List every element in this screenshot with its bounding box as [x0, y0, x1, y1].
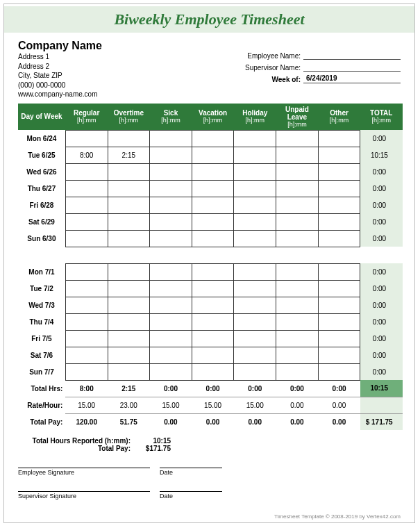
cell-holiday[interactable] — [234, 230, 276, 247]
cell-overtime[interactable] — [108, 163, 150, 180]
cell-holiday[interactable] — [234, 280, 276, 297]
cell-overtime[interactable] — [108, 230, 150, 247]
cell-overtime[interactable] — [108, 330, 150, 347]
cell-vacation[interactable] — [192, 280, 234, 297]
cell-sick[interactable] — [150, 347, 192, 363]
cell-sick[interactable] — [150, 230, 192, 247]
cell-unpaid[interactable] — [276, 347, 319, 363]
cell-overtime[interactable] — [108, 213, 150, 230]
cell-holiday[interactable] — [234, 163, 276, 180]
cell-vacation[interactable] — [192, 180, 234, 197]
cell-regular[interactable]: 8:00 — [65, 147, 108, 163]
cell-regular[interactable] — [65, 363, 108, 380]
cell-unpaid[interactable] — [276, 163, 319, 180]
cell-sick[interactable] — [150, 363, 192, 380]
cell-sick[interactable] — [150, 180, 192, 197]
week-of-value[interactable]: 6/24/2019 — [303, 74, 401, 83]
cell-unpaid[interactable] — [276, 197, 319, 213]
cell-unpaid[interactable] — [276, 130, 319, 147]
cell-vacation[interactable] — [192, 313, 234, 330]
cell-regular[interactable] — [65, 180, 108, 197]
cell-regular[interactable] — [65, 213, 108, 230]
cell-regular[interactable] — [65, 347, 108, 363]
cell-sick[interactable] — [150, 147, 192, 163]
cell-regular[interactable] — [65, 197, 108, 213]
cell-other[interactable] — [318, 180, 360, 197]
cell-regular[interactable] — [65, 263, 108, 280]
cell-sick[interactable] — [150, 297, 192, 313]
cell-unpaid[interactable] — [276, 180, 319, 197]
cell-vacation[interactable] — [192, 297, 234, 313]
cell-holiday[interactable] — [234, 180, 276, 197]
employee-signature-line[interactable]: Employee Signature — [18, 468, 150, 476]
cell-holiday[interactable] — [234, 313, 276, 330]
cell-sick[interactable] — [150, 130, 192, 147]
cell-vacation[interactable] — [192, 163, 234, 180]
cell-regular[interactable] — [65, 230, 108, 247]
cell-other[interactable] — [318, 230, 360, 247]
cell-other[interactable] — [318, 213, 360, 230]
supervisor-name-value[interactable] — [303, 63, 401, 72]
cell-regular[interactable] — [65, 313, 108, 330]
employee-signature-date[interactable]: Date — [160, 468, 222, 476]
cell-holiday[interactable] — [234, 363, 276, 380]
cell-overtime[interactable] — [108, 280, 150, 297]
cell-holiday[interactable] — [234, 213, 276, 230]
cell-regular[interactable] — [65, 297, 108, 313]
cell-overtime[interactable] — [108, 363, 150, 380]
cell-unpaid[interactable] — [276, 147, 319, 163]
cell-sick[interactable] — [150, 263, 192, 280]
cell-other[interactable] — [318, 163, 360, 180]
cell-other[interactable] — [318, 330, 360, 347]
cell-holiday[interactable] — [234, 330, 276, 347]
cell-holiday[interactable] — [234, 197, 276, 213]
cell-sick[interactable] — [150, 197, 192, 213]
cell-overtime[interactable] — [108, 297, 150, 313]
cell-vacation[interactable] — [192, 130, 234, 147]
cell-holiday[interactable] — [234, 347, 276, 363]
cell-unpaid[interactable] — [276, 280, 319, 297]
cell-unpaid[interactable] — [276, 297, 319, 313]
cell-other[interactable] — [318, 280, 360, 297]
cell-vacation[interactable] — [192, 363, 234, 380]
cell-vacation[interactable] — [192, 330, 234, 347]
cell-other[interactable] — [318, 313, 360, 330]
cell-holiday[interactable] — [234, 130, 276, 147]
cell-sick[interactable] — [150, 330, 192, 347]
cell-other[interactable] — [318, 197, 360, 213]
cell-other[interactable] — [318, 363, 360, 380]
cell-sick[interactable] — [150, 280, 192, 297]
cell-regular[interactable] — [65, 130, 108, 147]
cell-holiday[interactable] — [234, 263, 276, 280]
cell-unpaid[interactable] — [276, 313, 319, 330]
cell-other[interactable] — [318, 130, 360, 147]
cell-other[interactable] — [318, 147, 360, 163]
cell-other[interactable] — [318, 297, 360, 313]
cell-vacation[interactable] — [192, 263, 234, 280]
cell-vacation[interactable] — [192, 147, 234, 163]
cell-overtime[interactable] — [108, 130, 150, 147]
cell-unpaid[interactable] — [276, 263, 319, 280]
cell-regular[interactable] — [65, 330, 108, 347]
cell-vacation[interactable] — [192, 213, 234, 230]
cell-other[interactable] — [318, 263, 360, 280]
cell-overtime[interactable] — [108, 263, 150, 280]
cell-overtime[interactable]: 2:15 — [108, 147, 150, 163]
cell-unpaid[interactable] — [276, 363, 319, 380]
cell-regular[interactable] — [65, 280, 108, 297]
cell-holiday[interactable] — [234, 147, 276, 163]
cell-vacation[interactable] — [192, 230, 234, 247]
employee-name-value[interactable] — [303, 51, 401, 60]
cell-overtime[interactable] — [108, 197, 150, 213]
cell-overtime[interactable] — [108, 347, 150, 363]
cell-regular[interactable] — [65, 163, 108, 180]
cell-vacation[interactable] — [192, 347, 234, 363]
cell-overtime[interactable] — [108, 180, 150, 197]
cell-unpaid[interactable] — [276, 230, 319, 247]
cell-sick[interactable] — [150, 163, 192, 180]
cell-other[interactable] — [318, 347, 360, 363]
cell-unpaid[interactable] — [276, 213, 319, 230]
cell-holiday[interactable] — [234, 297, 276, 313]
cell-unpaid[interactable] — [276, 330, 319, 347]
supervisor-signature-date[interactable]: Date — [160, 491, 222, 500]
